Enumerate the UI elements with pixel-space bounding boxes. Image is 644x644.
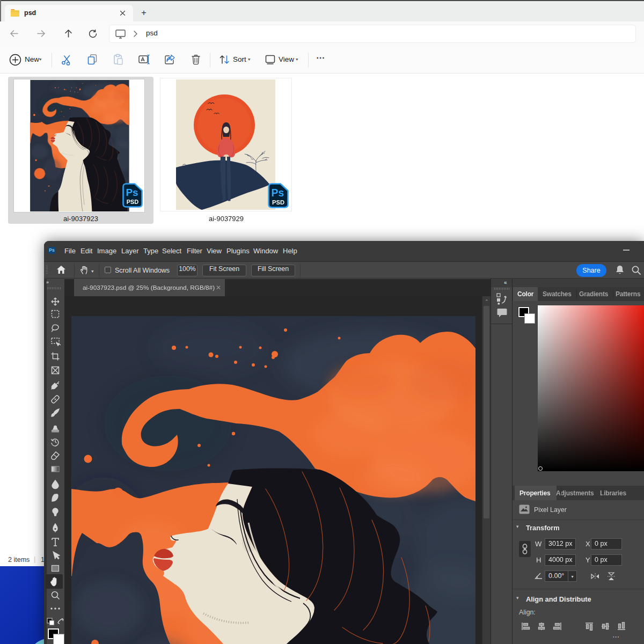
svg-text:Ps: Ps: [126, 187, 138, 198]
svg-text:Ps: Ps: [272, 187, 284, 199]
svg-text:PSD: PSD: [272, 199, 284, 206]
svg-text:PSD: PSD: [127, 199, 139, 205]
